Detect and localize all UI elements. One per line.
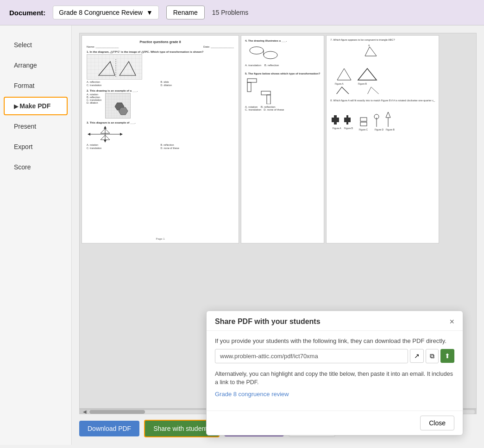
preview-page-1: Practice questions grade 8 Name: _______… — [82, 35, 239, 243]
doc-label: Document: — [9, 9, 45, 17]
share-modal: Share PDF with your students × If you pr… — [206, 311, 463, 436]
svg-marker-14 — [88, 133, 90, 136]
scroll-left-arrow[interactable]: ◀ — [81, 409, 88, 414]
svg-text:Figure B: Figure B — [344, 127, 353, 130]
modal-link-row: ↗ ⧉ ⬆ — [215, 349, 454, 363]
modal-title-link[interactable]: Grade 8 congruence review — [215, 391, 454, 398]
modal-footer: Close — [207, 411, 463, 435]
sidebar-item-make-pdf[interactable]: Make PDF — [4, 97, 68, 115]
content-area: Practice questions grade 8 Name: _______… — [72, 25, 484, 445]
svg-rect-0 — [87, 55, 142, 80]
svg-rect-21 — [267, 95, 270, 104]
scrollbar-thumb[interactable] — [89, 410, 145, 414]
external-link-button[interactable]: ↗ — [410, 349, 424, 363]
sidebar-item-export[interactable]: Export — [4, 137, 68, 156]
modal-close-button[interactable]: × — [449, 317, 454, 326]
preview-page-3: 7. Which figure appears to be congruent … — [326, 35, 439, 243]
svg-rect-36 — [344, 118, 351, 122]
svg-text:Figure A: Figure A — [333, 127, 341, 130]
doc-select[interactable]: Grade 8 Congruence Review ▼ — [53, 6, 158, 19]
svg-rect-18 — [247, 79, 257, 82]
svg-rect-20 — [261, 91, 270, 95]
svg-rect-19 — [247, 82, 251, 92]
header: Document: Grade 8 Congruence Review ▼ Re… — [0, 0, 484, 25]
modal-body: If you provide your students with the fo… — [207, 331, 463, 411]
modal-link-input[interactable] — [215, 349, 408, 363]
problems-count: 15 Problems — [212, 9, 249, 16]
sidebar-item-select[interactable]: Select — [4, 36, 68, 54]
sidebar: Select Arrange Format Make PDF Present E… — [0, 25, 72, 445]
modal-header: Share PDF with your students × — [207, 311, 463, 331]
svg-rect-39 — [360, 122, 367, 126]
svg-marker-24 — [337, 68, 351, 80]
preview-page-2: 4. The drawing illustrates a ___. A. tra… — [241, 35, 324, 243]
svg-point-15 — [250, 47, 264, 54]
svg-point-16 — [264, 51, 277, 59]
svg-marker-45 — [386, 112, 390, 118]
modal-alt-text: Alternatively, you can highlight and cop… — [215, 370, 454, 387]
share-icon-button[interactable]: ⬆ — [440, 349, 454, 363]
svg-marker-28 — [335, 87, 351, 94]
svg-text:A: A — [368, 44, 370, 47]
modal-description: If you provide your students with the fo… — [215, 337, 454, 344]
svg-marker-26 — [358, 68, 377, 80]
svg-text:Figure B: Figure B — [358, 82, 367, 85]
sidebar-item-score[interactable]: Score — [4, 158, 68, 176]
svg-text:Figure D: Figure D — [375, 128, 384, 131]
rename-button[interactable]: Rename — [166, 6, 205, 19]
sidebar-item-present[interactable]: Present — [4, 117, 68, 136]
chevron-down-icon: ▼ — [146, 9, 153, 16]
main-layout: Select Arrange Format Make PDF Present E… — [0, 25, 484, 445]
copy-link-button[interactable]: ⧉ — [426, 349, 439, 363]
svg-marker-22 — [365, 47, 377, 56]
modal-title: Share PDF with your students — [215, 317, 321, 326]
sidebar-item-arrange[interactable]: Arrange — [4, 56, 68, 75]
copy-icon: ⧉ — [430, 352, 434, 360]
external-link-icon: ↗ — [414, 352, 420, 360]
svg-text:Figure C: Figure C — [359, 128, 368, 131]
svg-marker-11 — [104, 126, 107, 129]
svg-marker-13 — [120, 133, 123, 136]
svg-rect-33 — [332, 118, 339, 122]
svg-rect-38 — [360, 118, 367, 121]
svg-marker-12 — [104, 140, 107, 143]
svg-marker-30 — [365, 87, 384, 94]
svg-text:Figure A: Figure A — [335, 82, 344, 85]
sidebar-item-format[interactable]: Format — [4, 76, 68, 95]
svg-text:Figure B: Figure B — [386, 128, 395, 131]
share-icon: ⬆ — [445, 352, 450, 360]
download-pdf-button[interactable]: Download PDF — [79, 421, 139, 436]
modal-close-btn[interactable]: Close — [420, 416, 454, 430]
